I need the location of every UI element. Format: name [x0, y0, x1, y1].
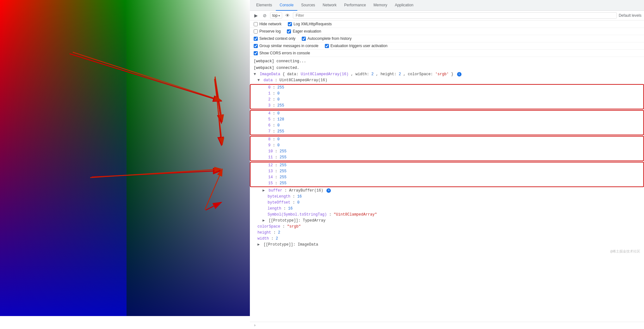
pixel-box-3: 12 : 255 13 : 255 14 : 255 15 : 255	[250, 162, 644, 187]
prototype-imagedata[interactable]: ▶ [[Prototype]]: ImageData	[250, 242, 644, 248]
tab-sources[interactable]: Sources	[297, 0, 319, 11]
tab-console[interactable]: Console	[276, 0, 297, 11]
show-cors-option[interactable]: Show CORS errors in console	[254, 51, 310, 55]
eval-triggers-checkbox[interactable]	[325, 44, 329, 48]
group-similar-option[interactable]: Group similar messages in console	[254, 44, 319, 48]
index-11: 11 : 255	[251, 155, 643, 161]
eye-button[interactable]: 👁	[284, 12, 291, 19]
show-cors-checkbox[interactable]	[254, 51, 258, 55]
imagedata-root[interactable]: ▼ ImageData { data: Uint8ClampedArray(16…	[250, 71, 644, 77]
console-input[interactable]	[258, 323, 640, 328]
svg-rect-2	[0, 0, 127, 316]
buffer-icon: ≡	[326, 188, 331, 193]
watermark: @稀土掘金技术社区	[250, 248, 644, 255]
pixel-box-2: 8 : 0 9 : 0 10 : 255 11 : 255	[250, 136, 644, 161]
buffer-prop[interactable]: ▶ buffer : ArrayBuffer(16) ≡	[250, 188, 644, 194]
pixel-box-0: 0 : 255 1 : 0 2 : 0 3 : 255	[250, 84, 644, 109]
length-prop: length : 16	[250, 206, 644, 212]
eager-eval-checkbox[interactable]	[287, 29, 291, 34]
height-prop: height : 2	[250, 230, 644, 236]
tab-performance[interactable]: Performance	[340, 0, 370, 11]
options-row-1: Hide network Log XMLHttpRequests	[250, 21, 644, 28]
hide-network-option[interactable]: Hide network	[254, 22, 282, 26]
index-15: 15 : 255	[251, 180, 643, 186]
eager-eval-option[interactable]: Eager evaluation	[287, 29, 321, 34]
bytelength-prop: byteLength : 16	[250, 194, 644, 200]
index-13: 13 : 255	[251, 168, 643, 174]
expand-icon[interactable]: ▼	[254, 72, 257, 77]
default-levels-label: Default levels	[619, 13, 641, 18]
autocomplete-checkbox[interactable]	[302, 37, 306, 41]
context-selector[interactable]: top ▾	[270, 12, 282, 19]
selected-context-checkbox[interactable]	[254, 37, 258, 41]
canvas-panel	[0, 0, 250, 329]
pixel-box-1: 4 : 0 5 : 128 6 : 0 7 : 255	[250, 110, 644, 135]
imagedata-proto-expand-icon[interactable]: ▶	[257, 242, 261, 247]
canvas-display	[0, 0, 250, 316]
group-similar-checkbox[interactable]	[254, 44, 258, 48]
options-row-5: Show CORS errors in console	[250, 50, 644, 57]
buffer-expand-icon[interactable]: ▶	[263, 188, 266, 193]
selected-context-option[interactable]: Selected context only	[254, 36, 295, 41]
autocomplete-option[interactable]: Autocomplete from history	[302, 36, 351, 41]
execute-button[interactable]: ▶	[252, 12, 259, 19]
clear-button[interactable]: ⊘	[261, 12, 268, 19]
options-row-4: Group similar messages in console Evalua…	[250, 42, 644, 50]
proto-expand-icon[interactable]: ▶	[263, 218, 266, 223]
index-10: 10 : 255	[251, 149, 643, 155]
tab-application[interactable]: Application	[391, 0, 417, 11]
chevron-down-icon: ▾	[278, 14, 280, 17]
devtools-panel: Elements Console Sources Network Perform…	[250, 0, 644, 329]
symbol-prop: Symbol(Symbol.toStringTag) : "Uint8Clamp…	[250, 212, 644, 218]
index-9: 9 : 0	[251, 143, 643, 149]
tab-elements[interactable]: Elements	[252, 0, 276, 11]
index-0: 0 : 255	[251, 85, 643, 91]
index-5: 5 : 128	[251, 117, 643, 123]
byteoffset-prop: byteOffset : 0	[250, 200, 644, 206]
colorspace-prop: colorSpace : "srgb"	[250, 224, 644, 230]
options-row-3: Selected context only Autocomplete from …	[250, 35, 644, 42]
console-prompt: ›	[250, 322, 644, 329]
index-1: 1 : 0	[251, 91, 643, 97]
prototype-typedarray[interactable]: ▶ [[Prototype]]: TypedArray	[250, 218, 644, 224]
eval-triggers-option[interactable]: Evaluation triggers user activation	[325, 44, 387, 48]
preserve-log-checkbox[interactable]	[254, 29, 258, 34]
width-prop: width : 2	[250, 236, 644, 242]
index-6: 6 : 0	[251, 123, 643, 129]
data-property[interactable]: ▼ data : Uint8ClampedArray(16)	[250, 77, 644, 83]
index-2: 2 : 0	[251, 97, 643, 103]
options-row-2: Preserve log Eager evaluation	[250, 28, 644, 35]
filter-input[interactable]	[293, 12, 617, 19]
webpack-log-1: [webpack] connecting...	[250, 58, 644, 65]
info-icon: i	[457, 72, 461, 76]
index-14: 14 : 255	[251, 174, 643, 180]
index-8: 8 : 0	[251, 137, 643, 143]
index-7: 7 : 255	[251, 129, 643, 135]
webpack-log-2: [webpack] connected.	[250, 65, 644, 71]
tab-network[interactable]: Network	[319, 0, 340, 11]
hide-network-checkbox[interactable]	[254, 22, 258, 26]
preserve-log-option[interactable]: Preserve log	[254, 29, 281, 34]
console-toolbar: ▶ ⊘ top ▾ 👁 Default levels	[250, 11, 644, 21]
prompt-icon: ›	[254, 323, 256, 328]
console-output[interactable]: [webpack] connecting... [webpack] connec…	[250, 57, 644, 322]
data-expand-icon[interactable]: ▼	[257, 78, 261, 83]
index-4: 4 : 0	[251, 111, 643, 117]
tab-memory[interactable]: Memory	[370, 0, 391, 11]
devtools-tabs: Elements Console Sources Network Perform…	[250, 0, 644, 11]
log-xmlhttp-checkbox[interactable]	[288, 22, 292, 26]
index-12: 12 : 255	[251, 162, 643, 168]
log-xmlhttp-option[interactable]: Log XMLHttpRequests	[288, 22, 332, 26]
index-3: 3 : 255	[251, 103, 643, 109]
